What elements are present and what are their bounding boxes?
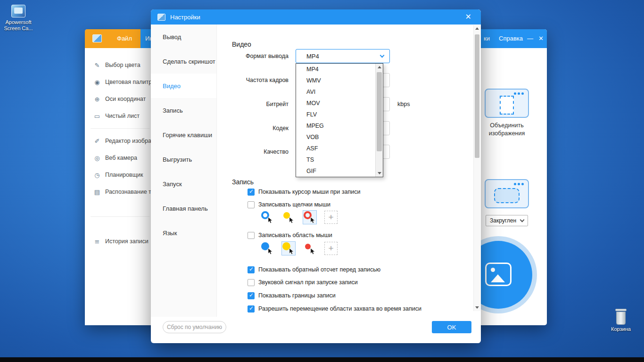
- format-dropdown-list: MP4 WMV AVI MOV FLV MPEG VOB: [296, 63, 383, 177]
- option-record-mouse-area[interactable]: Записывать область мыши: [248, 230, 332, 240]
- sidebar-item-label: Распознавание те: [105, 189, 155, 195]
- format-option[interactable]: MPEG: [296, 120, 375, 132]
- area-color-red-icon[interactable]: [303, 242, 316, 255]
- format-select[interactable]: MP4: [296, 49, 390, 63]
- option-show-borders[interactable]: Показывать границы записи: [248, 291, 336, 300]
- menu-help[interactable]: Справка: [499, 29, 523, 48]
- cursor-arrow-icon: [310, 217, 315, 224]
- format-options: MP4 WMV AVI MOV FLV MPEG VOB: [296, 64, 375, 177]
- checkbox[interactable]: [248, 201, 255, 208]
- sidebar-item[interactable]: ◎ Веб камера: [85, 149, 155, 166]
- sidebar-item[interactable]: ✐ Редактор изображ: [85, 132, 155, 149]
- format-option[interactable]: ASF: [296, 143, 375, 154]
- cursor-arrow-icon: [289, 217, 294, 224]
- scrollbar-thumb[interactable]: [475, 34, 479, 158]
- sidebar-divider: [91, 128, 149, 129]
- format-option[interactable]: GIF: [296, 165, 375, 177]
- scrollbar-thumb[interactable]: [377, 72, 382, 151]
- format-option[interactable]: VOB: [296, 132, 375, 143]
- format-label: Формат вывода: [222, 49, 289, 63]
- cursor-arrow-icon: [267, 217, 273, 224]
- chevron-down-icon: [520, 217, 525, 222]
- click-color-yellow-icon[interactable]: [282, 211, 295, 224]
- add-area-color-button[interactable]: +: [324, 242, 338, 255]
- option-beep[interactable]: Звуковой сигнал при запуске записи: [248, 278, 358, 287]
- sidebar-item[interactable]: ≡ История записи: [85, 233, 155, 250]
- area-color-yellow-icon[interactable]: [282, 242, 295, 255]
- sidebar-item[interactable]: ▤ Распознавание те: [85, 183, 155, 200]
- format-option[interactable]: MOV: [296, 98, 375, 109]
- sidebar-item[interactable]: ✎ Выбор цвета: [85, 57, 155, 74]
- click-color-blue-icon[interactable]: [261, 211, 274, 224]
- sidebar-item[interactable]: ◷ Планировщик: [85, 166, 155, 183]
- menu-file[interactable]: Файл: [117, 29, 132, 48]
- sidebar-item-label: История записи: [105, 238, 149, 245]
- format-option[interactable]: MP4: [296, 64, 375, 75]
- dialog-content: Видео Формат вывода MP4 Частота кадров Б…: [151, 9, 481, 343]
- shape-select-value: Закруглен: [490, 217, 516, 224]
- taskbar[interactable]: [0, 357, 644, 362]
- image-editor-icon: ✐: [93, 138, 101, 145]
- click-color-red-icon[interactable]: [303, 211, 316, 224]
- scroll-down-icon[interactable]: [475, 306, 479, 309]
- format-select-value: MP4: [306, 53, 319, 60]
- area-color-blue-icon[interactable]: [261, 242, 274, 255]
- dialog-scrollbar[interactable]: [473, 25, 480, 311]
- scroll-up-icon[interactable]: [475, 27, 479, 30]
- area-color-row: +: [261, 242, 338, 255]
- dashed-region-icon: [494, 188, 520, 203]
- option-show-cursor[interactable]: Показывать курсор мыши при записи: [248, 187, 360, 197]
- recycle-bin-label: Корзина: [606, 326, 636, 332]
- image-icon: [485, 263, 512, 286]
- option-label: Записывать область мыши: [258, 232, 332, 239]
- minimize-button[interactable]: —: [527, 29, 533, 48]
- sidebar-item[interactable]: ◉ Цветовая палитра: [85, 74, 155, 90]
- scroll-down-icon[interactable]: [378, 172, 381, 174]
- checkbox[interactable]: [248, 232, 255, 239]
- sidebar-item[interactable]: ▭ Чистый лист: [85, 107, 155, 124]
- window-dots-icon: [521, 92, 524, 95]
- option-label: Записывать щелчки мыши: [258, 201, 330, 208]
- checkbox[interactable]: [248, 189, 255, 196]
- codec-label: Кодек: [222, 121, 289, 135]
- format-option[interactable]: TS: [296, 154, 375, 165]
- option-label: Показывать границы записи: [258, 292, 336, 299]
- format-option[interactable]: WMV: [296, 75, 375, 86]
- dropdown-scrollbar[interactable]: [375, 64, 383, 177]
- chevron-down-icon: [380, 53, 385, 58]
- sidebar-item[interactable]: ⊕ Оси координат: [85, 90, 155, 107]
- option-countdown[interactable]: Показывать обратный отсчет перед записью: [248, 265, 380, 274]
- menu-settings-partial[interactable]: ки: [484, 29, 490, 48]
- video-section-heading: Видео: [232, 41, 251, 48]
- settings-dialog: Настройки ✕ Вывод Сделать скриншот Видео…: [151, 9, 481, 343]
- shape-select[interactable]: Закруглен: [486, 215, 528, 226]
- axes-icon: ⊕: [93, 96, 101, 103]
- shortcut-label: Apowersoft Screen Ca...: [3, 19, 34, 32]
- sidebar-item-label: Выбор цвета: [105, 62, 140, 68]
- desktop-shortcut-apowersoft[interactable]: Apowersoft Screen Ca...: [3, 5, 34, 32]
- ok-button[interactable]: OK: [432, 321, 471, 333]
- option-label: Показывать обратный отсчет перед записью: [258, 266, 380, 273]
- apowersoft-app-icon: [11, 5, 25, 17]
- sidebar-item-label: Оси координат: [105, 96, 146, 102]
- bitrate-unit: kbps: [397, 97, 410, 111]
- checkbox[interactable]: [248, 305, 255, 313]
- checkbox[interactable]: [248, 292, 255, 299]
- reset-button[interactable]: Сброс по умолчанию: [163, 321, 226, 333]
- option-allow-move-area[interactable]: Разрешить перемещение области захвата во…: [248, 304, 421, 313]
- filmstrip-icon: [500, 96, 514, 115]
- text-recognition-icon: ▤: [93, 189, 101, 196]
- rounded-capture-icon[interactable]: [485, 179, 529, 208]
- add-click-color-button[interactable]: +: [324, 211, 338, 224]
- checkbox[interactable]: [248, 266, 255, 273]
- format-option[interactable]: AVI: [296, 86, 375, 98]
- scroll-up-icon[interactable]: [378, 66, 381, 68]
- sidebar-item-label: Редактор изображ: [105, 138, 155, 144]
- merge-images-icon[interactable]: [485, 89, 529, 118]
- format-option[interactable]: FLV: [296, 109, 375, 120]
- sidebar-item-label: Планировщик: [105, 172, 143, 178]
- option-record-clicks[interactable]: Записывать щелчки мыши: [248, 200, 330, 209]
- main-close-button[interactable]: ✕: [538, 29, 544, 48]
- checkbox[interactable]: [248, 279, 255, 286]
- recycle-bin[interactable]: Корзина: [606, 308, 636, 332]
